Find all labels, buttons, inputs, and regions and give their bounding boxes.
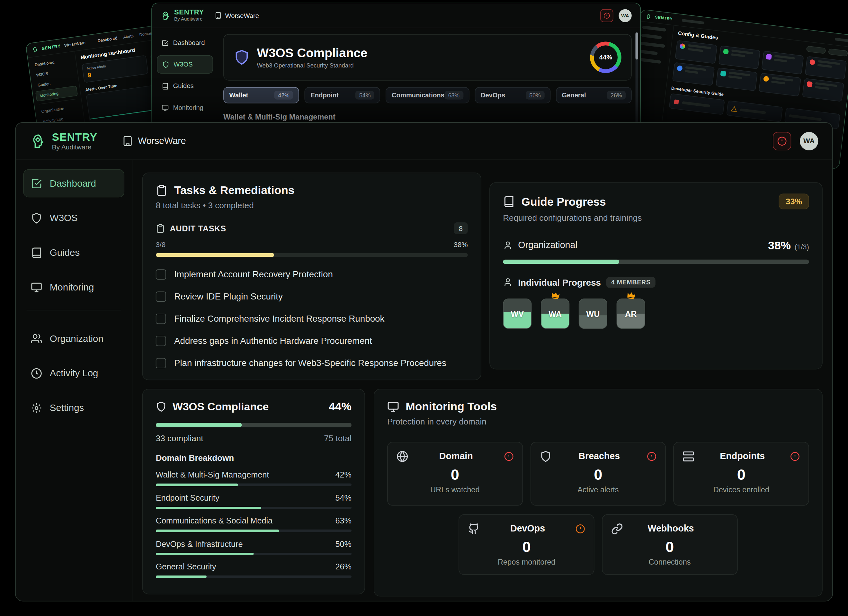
member-avatar[interactable]: WA <box>541 299 569 329</box>
tab-communications[interactable]: Communications63% <box>386 87 470 103</box>
check-square-icon <box>31 178 42 189</box>
sidebar-item-settings[interactable]: Settings <box>23 394 125 422</box>
users-icon <box>31 333 42 344</box>
avatar[interactable]: WA <box>618 9 632 22</box>
config-card[interactable] <box>718 45 761 69</box>
task-label: Implement Account Recovery Protection <box>174 269 333 280</box>
tool-name: DevOps <box>480 523 575 535</box>
sidebar-item-label: Activity Log <box>50 367 98 379</box>
user-avatar[interactable]: WA <box>800 132 818 150</box>
sidebar-item-monitoring[interactable]: Monitoring <box>23 273 125 301</box>
tab-alerts[interactable]: Alerts <box>123 33 134 40</box>
task-row[interactable]: Finalize Comprehensive Incident Response… <box>156 308 468 330</box>
sidebar-item-guides[interactable]: Guides <box>23 238 125 267</box>
task-row[interactable]: Plan infrastructure changes for Web3-Spe… <box>156 352 468 375</box>
sentry-logo-icon <box>32 46 39 53</box>
task-checkbox[interactable] <box>156 336 166 346</box>
filter-pill[interactable] <box>828 49 848 57</box>
scrollbar[interactable] <box>636 33 638 124</box>
tool-card-devops[interactable]: DevOps 0 Repos monitored <box>459 514 594 575</box>
sidebar-item-label: Monitoring <box>50 281 94 293</box>
sidebar-item-label: Guides <box>173 82 194 90</box>
tool-name: Domain <box>408 451 504 462</box>
book-icon <box>503 195 515 207</box>
workspace-name: WorseWare <box>64 40 86 48</box>
task-checkbox[interactable] <box>156 269 166 280</box>
tool-card-webhooks[interactable]: Webhooks 0 Connections <box>602 514 737 575</box>
sidebar-item-organization[interactable]: Organization <box>23 324 125 353</box>
task-percent: 38% <box>454 241 468 249</box>
tool-count: 0 <box>611 539 728 556</box>
alert-icon <box>777 136 787 145</box>
members-count-badge: 4 MEMBERS <box>606 277 655 288</box>
sidebar-item-label: Dashboard <box>173 39 205 47</box>
shield-icon <box>156 401 167 412</box>
task-row[interactable]: Address gaps in Authentic Hardware Procu… <box>156 330 468 352</box>
domain-row: Communications & Social Media63% <box>156 516 351 532</box>
scrollbar-thumb[interactable] <box>636 33 638 59</box>
tool-count: 0 <box>468 539 585 556</box>
compliance-progress-bar <box>156 423 351 427</box>
member-initials: WA <box>541 299 569 329</box>
tool-card-domain[interactable]: Domain 0 URLs watched <box>387 442 523 506</box>
member-avatar[interactable]: WU <box>579 299 607 329</box>
domain-percent: 42% <box>335 470 351 480</box>
guide-card[interactable] <box>726 100 783 122</box>
alert-icon <box>790 452 800 461</box>
active-alerts-card[interactable]: Active Alerts 9 <box>82 55 148 83</box>
sidebar-item-dashboard[interactable]: Dashboard <box>157 33 213 52</box>
config-card[interactable] <box>759 73 801 96</box>
tab-wallet[interactable]: Wallet42% <box>223 87 299 103</box>
task-checkbox[interactable] <box>156 314 166 324</box>
config-card[interactable] <box>805 56 847 80</box>
task-label: Plan infrastructure changes for Web3-Spe… <box>174 358 446 368</box>
compliant-count: 33 compliant <box>156 434 203 443</box>
tab-devops[interactable]: DevOps50% <box>474 87 550 103</box>
sidebar-item-label: Dashboard <box>50 178 96 189</box>
task-checkbox[interactable] <box>156 292 166 302</box>
alerts-button[interactable] <box>773 132 791 150</box>
window-header: SENTRY By Auditware WorseWare WA <box>152 3 640 28</box>
shield-icon <box>540 450 551 462</box>
domain-label: Communications & Social Media <box>156 516 273 526</box>
config-card[interactable] <box>672 62 715 86</box>
task-row[interactable]: Implement Account Recovery Protection <box>156 264 468 286</box>
tool-card-breaches[interactable]: Breaches 0 Active alerts <box>530 442 666 506</box>
task-label: Review IDE Plugin Security <box>174 292 283 302</box>
tab-dashboard[interactable]: Dashboard <box>97 36 118 43</box>
sidebar-item-w3os[interactable]: W3OS <box>157 55 213 74</box>
guide-card[interactable] <box>669 93 725 115</box>
config-card[interactable] <box>715 68 758 91</box>
sidebar-item-w3os[interactable]: W3OS <box>23 204 125 232</box>
config-card[interactable] <box>675 40 717 64</box>
alerts-button[interactable] <box>600 9 613 22</box>
background-window-w3os[interactable]: SENTRY By Auditware WorseWare WA Dashboa… <box>151 3 641 142</box>
domain-label: DevOps & Infrastructure <box>156 539 243 548</box>
task-row[interactable]: Review IDE Plugin Security <box>156 286 468 308</box>
tab-general[interactable]: General26% <box>556 87 632 103</box>
tool-name: Breaches <box>551 451 647 462</box>
config-card[interactable] <box>761 51 804 74</box>
domain-percent: 26% <box>335 562 351 572</box>
tab-endpoint[interactable]: Endpoint54% <box>305 87 381 103</box>
workspace-name[interactable]: WorseWare <box>225 12 259 19</box>
clock-icon <box>31 367 42 379</box>
workspace-name: WorseWare <box>138 136 186 147</box>
sentry-logo-icon <box>161 10 170 20</box>
sidebar-item-label: Guides <box>50 247 80 258</box>
workspace-switcher[interactable]: WorseWare <box>122 136 186 147</box>
card-title: Monitoring Tools <box>406 400 497 413</box>
filter-pill[interactable] <box>806 46 826 54</box>
sidebar-item-guides[interactable]: Guides <box>157 77 213 95</box>
config-card[interactable] <box>802 78 844 102</box>
sidebar-item-monitoring[interactable]: Monitoring <box>157 98 213 117</box>
task-checkbox[interactable] <box>156 358 166 368</box>
individual-progress-label: Individual Progress <box>518 277 601 287</box>
sidebar-item-dashboard[interactable]: Dashboard <box>23 169 125 198</box>
sidebar-item-label: W3OS <box>50 212 78 224</box>
member-avatar[interactable]: WV <box>503 299 531 329</box>
sidebar-item-activity-log[interactable]: Activity Log <box>23 359 125 388</box>
member-initials: WU <box>579 299 607 329</box>
tool-card-endpoints[interactable]: Endpoints 0 Devices enrolled <box>673 442 809 506</box>
member-avatar[interactable]: AR <box>617 299 645 329</box>
